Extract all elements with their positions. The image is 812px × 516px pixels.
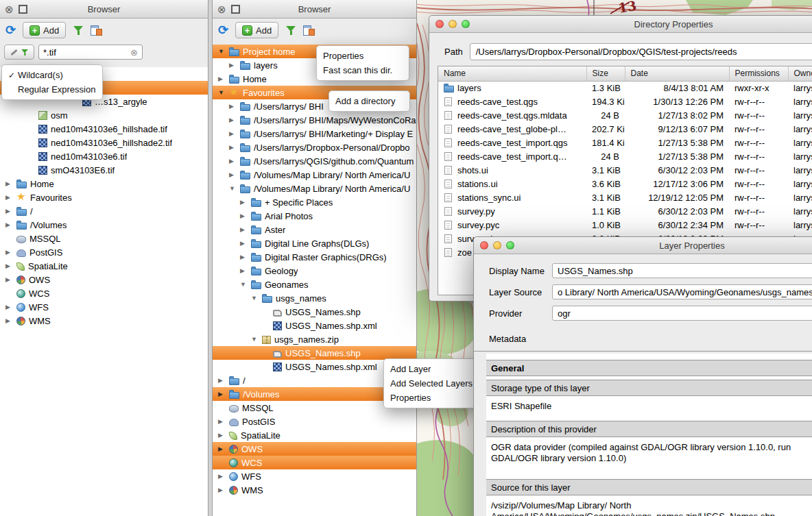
zoom-button[interactable] <box>506 241 514 249</box>
table-row[interactable]: reeds-cave_test_import.qgs181.4 KiB1/27/… <box>438 136 812 149</box>
tree-item-digital-line-graphs-dlgs[interactable]: ▶Digital Line Graphs(DLGs) <box>213 236 416 250</box>
tree-item-spatialite[interactable]: ▶SpatiaLite <box>213 428 416 442</box>
expand-arrow[interactable]: ▼ <box>229 185 240 192</box>
detach-panel-icon[interactable] <box>231 5 240 14</box>
menu-item-properties[interactable]: Properties <box>317 49 409 63</box>
expand-arrow[interactable]: ▶ <box>229 158 240 164</box>
tree-item-osm[interactable]: osm <box>0 108 208 122</box>
expand-arrow[interactable]: ▶ <box>5 194 16 201</box>
column-header-owner[interactable]: Owner <box>788 66 812 81</box>
expand-arrow[interactable]: ▶ <box>240 254 251 260</box>
expand-arrow[interactable]: ▶ <box>229 171 240 178</box>
tree-item-users-larrys-bhi-marketing-dis[interactable]: ▶/Users/larrys/ BHI/Marketing/+ Display … <box>213 127 416 140</box>
expand-arrow[interactable]: ▶ <box>5 304 16 310</box>
expand-arrow[interactable]: ▶ <box>240 240 251 247</box>
table-row[interactable]: reeds-cave_test.qgs194.3 KiB1/30/13 12:2… <box>438 95 812 108</box>
minimize-button[interactable] <box>493 241 501 249</box>
tree-item-favourites[interactable]: ▶Favourites <box>0 191 208 204</box>
expand-arrow[interactable]: ▶ <box>218 432 229 439</box>
collapse-panel-icon[interactable] <box>303 25 315 36</box>
tree-item-digital-raster-graphics-drgs[interactable]: ▶Digital Raster Graphics(DRGs) <box>213 250 416 264</box>
close-button[interactable] <box>435 20 444 28</box>
expand-arrow[interactable]: ▶ <box>240 212 251 219</box>
menu-item-wildcard-s[interactable]: ✓Wildcard(s) <box>2 68 102 82</box>
tree-item-wfs[interactable]: ▶WFS <box>0 300 208 314</box>
expand-arrow[interactable]: ▶ <box>5 221 16 228</box>
tree-item-arial-photos[interactable]: ▶Arial Photos <box>213 209 416 223</box>
expand-arrow[interactable]: ▶ <box>5 317 16 324</box>
column-header-date[interactable]: Date <box>625 66 729 81</box>
zoom-button[interactable] <box>462 20 470 28</box>
path-input[interactable]: /Users/larrys/Dropbox-Personal/Dropbox/Q… <box>470 43 812 60</box>
expand-arrow[interactable]: ▶ <box>229 103 240 110</box>
expand-arrow[interactable]: ▶ <box>240 267 251 274</box>
tree-item-ows[interactable]: ▶OWS <box>213 442 416 456</box>
tree-item-usgs-names-zip[interactable]: ▼usgs_names.zip <box>213 332 416 346</box>
table-row[interactable]: survey.py1.1 KiB6/30/12 2:03 PMrw-r--r--… <box>438 204 812 218</box>
tree-item-spatialite[interactable]: ▶SpatiaLite <box>0 259 208 273</box>
table-row[interactable]: layers1.3 KiB8/4/13 8:01 AMrwxr-xr-xlarr… <box>438 81 812 95</box>
panel-titlebar[interactable]: ⊗ Browser <box>0 0 208 19</box>
tree-item-mssql[interactable]: MSSQL <box>0 232 208 245</box>
menu-item-fast-scan-this-dir[interactable]: Fast scan this dir. <box>317 63 409 77</box>
tree-item-specific-places[interactable]: ▶+ Specific Places <box>213 195 416 209</box>
tree-item-aster[interactable]: ▶Aster <box>213 223 416 236</box>
tree-item-ned10m43103e6-hillshade-tif[interactable]: ned10m43103e6_hillshade.tif <box>0 122 208 136</box>
expand-arrow[interactable]: ▶ <box>229 62 240 69</box>
menu-item-properties[interactable]: Properties <box>384 391 477 405</box>
detach-panel-icon[interactable] <box>19 5 27 14</box>
refresh-icon[interactable]: ⟳ <box>218 24 228 36</box>
expand-arrow[interactable]: ▶ <box>229 144 240 151</box>
tree-item-wcs[interactable]: WCS <box>0 286 208 300</box>
expand-arrow[interactable]: ▶ <box>218 377 229 384</box>
tree-item-users-larrys-dropbox-personal-[interactable]: ▶/Users/larrys/Dropbox-Personal/Dropbo <box>213 140 416 154</box>
expand-arrow[interactable]: ▼ <box>251 295 262 302</box>
table-row[interactable]: shots.ui3.1 KiB6/30/12 2:03 PMrw-r--r--l… <box>438 163 812 177</box>
expand-arrow[interactable]: ▶ <box>218 391 229 397</box>
column-header-size[interactable]: Size <box>586 66 625 81</box>
expand-arrow[interactable]: ▶ <box>218 75 229 82</box>
tree-item-ned10m43103e6-tif[interactable]: ned10m43103e6.tif <box>0 149 208 163</box>
tree-item-users-larrys-qgis-github-com-q[interactable]: ▶/Users/larrys/QGIS/github.com/Quantum <box>213 154 416 168</box>
panel-titlebar[interactable]: ⊗ Browser <box>213 0 416 19</box>
tree-item-volumes[interactable]: ▶/Volumes <box>0 218 208 232</box>
clear-filter-icon[interactable]: ⊗ <box>130 47 138 58</box>
dialog-titlebar[interactable]: Directory Properties <box>429 16 812 33</box>
tree-item-geology[interactable]: ▶Geology <box>213 264 416 278</box>
tree-item-postgis[interactable]: ▶PostGIS <box>213 415 416 428</box>
add-button[interactable]: + Add <box>23 22 66 38</box>
tree-item-home[interactable]: ▶Home <box>0 177 208 191</box>
tree-item-geonames[interactable]: ▼Geonames <box>213 278 416 291</box>
expand-arrow[interactable]: ▶ <box>218 473 229 480</box>
column-header-permissions[interactable]: Permissions <box>729 66 788 81</box>
tree-item-wfs[interactable]: ▶WFS <box>213 469 416 483</box>
close-button[interactable] <box>480 241 488 249</box>
tree-item-ned10m43103e6-hillshade2-tif[interactable]: ned10m43103e6_hillshade2.tif <box>0 136 208 149</box>
close-panel-icon[interactable]: ⊗ <box>217 4 226 14</box>
expand-arrow[interactable]: ▶ <box>240 226 251 233</box>
refresh-icon[interactable]: ⟳ <box>5 24 16 36</box>
expand-arrow[interactable]: ▼ <box>240 281 251 288</box>
filter-icon[interactable] <box>285 25 296 36</box>
collapse-panel-icon[interactable] <box>91 25 102 36</box>
expand-arrow[interactable]: ▶ <box>5 180 16 187</box>
expand-arrow[interactable]: ▶ <box>218 445 229 452</box>
expand-arrow[interactable]: ▶ <box>5 208 16 214</box>
tree-item-volumes-map-library-north-amer[interactable]: ▶/Volumes/Map Library/ North America/U <box>213 168 416 182</box>
tree-item-usgs-names-shp-xml[interactable]: USGS_Names.shp.xml <box>213 319 416 332</box>
expand-arrow[interactable]: ▶ <box>229 116 240 123</box>
menu-item-regular-expression[interactable]: Regular Expression <box>2 82 102 97</box>
table-row[interactable]: reeds-cave_test_globe-pl…202.7 KiB9/12/1… <box>438 122 812 136</box>
menu-item-add-a-directory[interactable]: Add a directory <box>329 94 409 108</box>
filter-icon[interactable] <box>73 25 84 36</box>
provider-input[interactable]: ogr <box>552 306 812 321</box>
dialog-titlebar[interactable]: Layer Properties <box>474 237 812 254</box>
table-row[interactable]: survey.pyc1.0 KiB6/30/12 2:34 PMrw-r--r-… <box>438 218 812 232</box>
layer-source-input[interactable]: o Library/ North America/USA/Wyoming/Geo… <box>552 284 812 299</box>
tree-item-wms[interactable]: ▶WMS <box>213 483 416 497</box>
filter-options-button[interactable] <box>4 45 34 60</box>
tree-item-usgs-names-shp[interactable]: USGS_Names.shp <box>213 305 416 319</box>
minimize-button[interactable] <box>449 20 457 28</box>
tree-item-smo43103e6-tif[interactable]: smO43103E6.tif <box>0 163 208 177</box>
filter-input[interactable]: *.tif ⊗ <box>38 45 143 60</box>
